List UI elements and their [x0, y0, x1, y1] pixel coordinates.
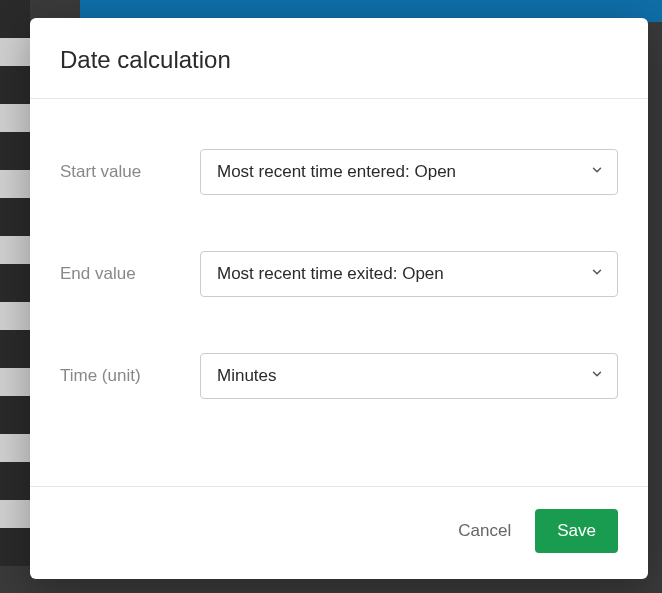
modal-body: Start value Most recent time entered: Op… [30, 99, 648, 486]
start-value-label: Start value [60, 162, 200, 182]
end-value-selected[interactable]: Most recent time exited: Open [200, 251, 618, 297]
modal-footer: Cancel Save [30, 486, 648, 579]
modal-header: Date calculation [30, 18, 648, 99]
background-stripes [0, 0, 30, 593]
modal-title: Date calculation [60, 46, 618, 74]
date-calculation-modal: Date calculation Start value Most recent… [30, 18, 648, 579]
end-value-select[interactable]: Most recent time exited: Open [200, 251, 618, 297]
start-value-row: Start value Most recent time entered: Op… [60, 149, 618, 195]
time-unit-select[interactable]: Minutes [200, 353, 618, 399]
start-value-selected[interactable]: Most recent time entered: Open [200, 149, 618, 195]
time-unit-selected[interactable]: Minutes [200, 353, 618, 399]
save-button[interactable]: Save [535, 509, 618, 553]
end-value-label: End value [60, 264, 200, 284]
cancel-button[interactable]: Cancel [458, 521, 511, 541]
end-value-row: End value Most recent time exited: Open [60, 251, 618, 297]
start-value-select[interactable]: Most recent time entered: Open [200, 149, 618, 195]
time-unit-label: Time (unit) [60, 366, 200, 386]
time-unit-row: Time (unit) Minutes [60, 353, 618, 399]
